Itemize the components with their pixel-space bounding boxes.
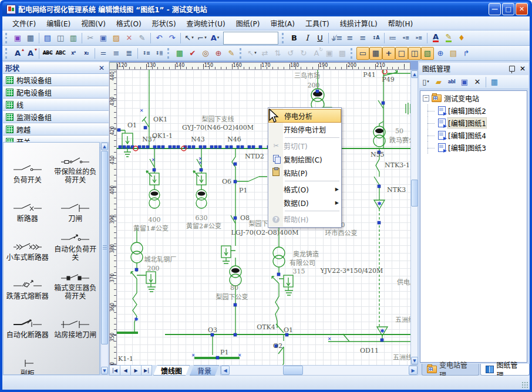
- send-back-button[interactable]: ▩: [336, 47, 349, 60]
- scroll-left-icon[interactable]: ◀: [221, 366, 230, 375]
- rename-sheet-button[interactable]: abl: [445, 76, 458, 89]
- tree-sheet-item-0[interactable]: [编辑]图纸2: [420, 104, 527, 117]
- scrollbar-thumb[interactable]: [101, 151, 108, 344]
- vertical-text-button[interactable]: ↕A: [369, 32, 382, 45]
- context-menu-item-10[interactable]: ?帮助(H): [268, 212, 341, 226]
- bullet-list-button[interactable]: ≔: [386, 32, 399, 45]
- scrollbar-thumb[interactable]: [283, 366, 303, 375]
- selection-toggle[interactable]: □: [395, 47, 408, 60]
- line-spacing-15-button[interactable]: ≡: [110, 47, 123, 60]
- context-menu-item-4[interactable]: 复制绘图(C): [268, 153, 341, 166]
- shrink-font-button[interactable]: A▾: [24, 47, 37, 60]
- menu-item-1[interactable]: 编辑(E): [41, 17, 76, 29]
- space-after-button[interactable]: ↕≣: [153, 47, 166, 60]
- close-icon[interactable]: ✕: [520, 65, 526, 73]
- approve-stamp-button[interactable]: ⊕: [212, 47, 225, 60]
- align-center-button[interactable]: ≡: [344, 32, 356, 45]
- first-page-button[interactable]: |◀: [109, 365, 120, 376]
- shape-item-8[interactable]: 自动化断路器: [4, 302, 52, 341]
- chart-toggle[interactable]: ▧: [421, 47, 434, 60]
- menu-item-9[interactable]: 线损计算(L): [335, 17, 383, 29]
- indent-decrease-button[interactable]: «≡: [399, 32, 412, 45]
- menu-item-3[interactable]: 格式(O): [111, 17, 147, 29]
- last-page-button[interactable]: ▶|: [142, 365, 152, 376]
- shape-group-3[interactable]: 监测设备组: [3, 111, 109, 123]
- shape-item-4[interactable]: 小车式断路器: [4, 225, 52, 263]
- scroll-up-icon[interactable]: ▲: [411, 70, 418, 78]
- shape-item-6[interactable]: 跌落式熔断器: [4, 263, 52, 302]
- find-in-drawing-button[interactable]: ◎: [199, 47, 212, 60]
- pin-icon[interactable]: [509, 66, 515, 72]
- pan-zoom-button[interactable]: ⊕: [434, 47, 447, 60]
- toolbar-grip[interactable]: [351, 48, 355, 59]
- canvas-vertical-scrollbar[interactable]: ▲ ▼: [410, 70, 418, 365]
- edit-doc-button[interactable]: ✎: [225, 47, 238, 60]
- grow-font-button[interactable]: A▴: [11, 47, 24, 60]
- expander-icon[interactable]: −: [423, 95, 429, 102]
- scroll-down-icon[interactable]: ▼: [411, 357, 418, 364]
- undo-button[interactable]: ↶: [153, 32, 166, 45]
- title-bar[interactable]: 配电网络可视化管理系统 编辑馈线图 “图纸1” - 测试变电站 —□✕: [2, 2, 530, 16]
- scroll-right-icon[interactable]: ▶: [409, 366, 417, 375]
- resize-grip[interactable]: [521, 381, 528, 388]
- paste-button[interactable]: ▨: [110, 32, 123, 45]
- grid-toggle[interactable]: ▦: [369, 47, 382, 60]
- ruler-toggle[interactable]: ▭: [356, 47, 369, 60]
- data-table-button[interactable]: ▦: [24, 32, 37, 45]
- diagram-image-button[interactable]: ▦: [173, 47, 186, 60]
- underline-button[interactable]: U: [314, 32, 326, 45]
- menu-item-8[interactable]: 工具(T): [300, 17, 335, 29]
- shape-group-4[interactable]: 跨越: [3, 123, 109, 136]
- connector-tool-button[interactable]: ⌐▾: [196, 32, 208, 45]
- rotate-right-button[interactable]: ↻: [297, 47, 310, 60]
- print-button[interactable]: ▥: [67, 32, 80, 45]
- toolbar-grip[interactable]: [5, 33, 9, 43]
- layout-arrows-button[interactable]: ↱: [460, 47, 473, 60]
- save-button[interactable]: ▤: [41, 32, 54, 45]
- shape-group-2[interactable]: 线: [3, 99, 109, 111]
- rotate-text-button[interactable]: A↻: [310, 47, 323, 60]
- delete-button[interactable]: ✕: [123, 32, 136, 45]
- page-breaks-toggle[interactable]: ◫: [408, 47, 421, 60]
- abc-button[interactable]: ABC: [54, 47, 67, 60]
- menu-item-6[interactable]: 图纸(P): [231, 17, 265, 29]
- flip-vertical-button[interactable]: ⇅: [271, 47, 284, 60]
- page-tab-1[interactable]: 背景: [190, 365, 219, 376]
- rotate-left-button[interactable]: ↺: [284, 47, 297, 60]
- bring-front-button[interactable]: ▣: [323, 47, 336, 60]
- context-menu-item-8[interactable]: 数据(D)▶: [268, 196, 341, 209]
- menu-item-7[interactable]: 审批(A): [265, 17, 300, 29]
- scroll-down-icon[interactable]: ▼: [101, 367, 108, 374]
- context-menu-item-1[interactable]: 开始停电计划: [268, 123, 341, 136]
- subscript-button[interactable]: x₂: [80, 47, 93, 60]
- context-menu-item-5[interactable]: 粘贴(P): [268, 166, 341, 180]
- print-preview-button[interactable]: ◫: [54, 32, 67, 45]
- bold-button[interactable]: B: [288, 32, 301, 45]
- indent-increase-button[interactable]: »≡: [412, 32, 425, 45]
- shape-item-3[interactable]: 刀闸: [52, 186, 100, 225]
- copy-sheet-button[interactable]: ▣: [458, 76, 471, 89]
- close-icon[interactable]: ✕: [97, 64, 106, 72]
- shape-item-10[interactable]: 副柜: [4, 341, 52, 375]
- toolbar-grip[interactable]: [282, 33, 286, 43]
- line-spacing-2-button[interactable]: ≣: [123, 47, 136, 60]
- scrollbar-thumb[interactable]: [411, 180, 418, 207]
- close-button[interactable]: ✕: [516, 3, 528, 15]
- open-sheet-button[interactable]: ▰: [432, 76, 445, 89]
- superscript-button[interactable]: x²: [67, 47, 80, 60]
- shape-item-9[interactable]: 站房接地刀闸: [52, 302, 100, 341]
- tree-root-substation[interactable]: −测试变电站: [420, 91, 527, 104]
- strikethrough-button[interactable]: ABC: [41, 47, 54, 60]
- delete-sheet-button[interactable]: ✕: [471, 76, 484, 89]
- flip-horizontal-button[interactable]: ⇄: [258, 47, 271, 60]
- space-before-button[interactable]: ↕≡: [140, 47, 153, 60]
- tree-sheet-item-3[interactable]: [编辑]图纸3: [420, 141, 527, 154]
- shapes-scrollbar[interactable]: ▲ ▼: [100, 142, 109, 375]
- cut-button[interactable]: ✂: [84, 32, 97, 45]
- align-right-button[interactable]: ≡: [356, 32, 369, 45]
- new-drawing-button[interactable]: ▣: [11, 32, 24, 45]
- shape-item-2[interactable]: 断路器: [4, 186, 52, 225]
- next-page-button[interactable]: ▶: [131, 365, 142, 376]
- text-tool-button[interactable]: A▾: [208, 32, 221, 45]
- canvas-horizontal-scrollbar[interactable]: ◀ ▶: [220, 365, 418, 376]
